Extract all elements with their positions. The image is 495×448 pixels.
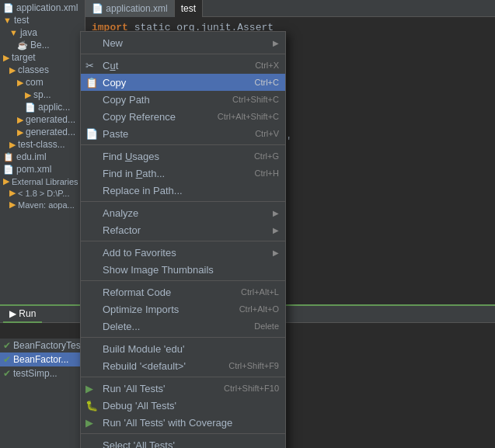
menu-item-debug-tests[interactable]: 🐛 Debug 'All Tests' [81, 397, 285, 414]
menu-item-optimize-imports[interactable]: Optimize Imports Ctrl+Alt+O [81, 300, 285, 318]
tree-item-java[interactable]: ▼ java [0, 26, 85, 39]
menu-item-run-coverage[interactable]: ▶ Run 'All Tests' with Coverage [81, 414, 285, 431]
run-item-beanfactor-selected[interactable]: ✔ BeanFactor... [0, 352, 85, 366]
menu-item-copy-path[interactable]: Copy Path Ctrl+Shift+C [81, 91, 285, 108]
menu-item-analyze[interactable]: Analyze ▶ [81, 204, 285, 221]
tree-item-com[interactable]: ▶ com [0, 76, 85, 89]
submenu-arrow-refactor: ▶ [273, 226, 279, 234]
tree-item-jdk[interactable]: ▶ < 1.8 > D:\P... [0, 187, 85, 199]
run-icon: ▶ [85, 383, 93, 394]
rebuild-shortcut: Ctrl+Shift+F9 [228, 361, 279, 370]
menu-item-rebuild[interactable]: Rebuild '<default>' Ctrl+Shift+F9 [81, 357, 285, 374]
separator-1 [81, 54, 285, 54]
cut-icon: ✂ [85, 60, 94, 71]
folder-icon12: ▶ [9, 200, 16, 210]
folder-icon: ▼ [3, 16, 12, 25]
menu-item-debug-tests-label: Debug 'All Tests' [103, 400, 176, 412]
separator-7 [81, 377, 285, 377]
tree-item-target[interactable]: ▶ target [0, 51, 85, 64]
separator-2 [81, 144, 285, 145]
tab-appxml[interactable]: 📄 application.xml [85, 0, 175, 17]
menu-item-run-tests[interactable]: ▶ Run 'All Tests' Ctrl+Shift+F10 [81, 380, 285, 397]
tree-item-pomxml[interactable]: 📄 pom.xml [0, 163, 85, 175]
tab-test-label: test [181, 3, 196, 14]
copy-icon: 📋 [85, 77, 98, 89]
run-shortcut: Ctrl+Shift+F10 [224, 384, 279, 393]
menu-item-find-in-path[interactable]: Find in Path... Ctrl+H [81, 165, 285, 182]
tree-item-extlib[interactable]: ▶ External Libraries [0, 175, 85, 187]
tab-bar: 📄 application.xml test [85, 0, 495, 17]
tree-item-eduitml[interactable]: 📋 edu.iml [0, 151, 85, 163]
tree-item-test[interactable]: ▼ test [0, 14, 85, 26]
menu-item-delete[interactable]: Delete... Delete [81, 318, 285, 335]
tree-item-classes[interactable]: ▶ classes [0, 64, 85, 76]
folder-icon10: ▶ [3, 176, 9, 186]
menu-item-copy-reference[interactable]: Copy Reference Ctrl+Alt+Shift+C [81, 108, 285, 125]
tree-item-gen2[interactable]: ▶ generated... [0, 126, 85, 138]
reformat-shortcut: Ctrl+Alt+L [241, 287, 279, 297]
menu-item-add-favorites[interactable]: Add to Favorites ▶ [81, 244, 285, 261]
menu-item-cut[interactable]: ✂ Cut Ctrl+X [81, 57, 285, 74]
menu-item-replace-in-path-label: Replace in Path... [103, 185, 183, 196]
menu-item-optimize-label: Optimize Imports [103, 304, 179, 315]
menu-item-select-tests[interactable]: Select 'All Tests' [81, 436, 285, 448]
menu-item-refactor[interactable]: Refactor ▶ [81, 221, 285, 238]
folder-icon11: ▶ [9, 188, 16, 198]
tree-item-be[interactable]: ☕ Be... [0, 39, 85, 51]
tree-item-maven[interactable]: ▶ Maven: aopa... [0, 199, 85, 210]
tree-item-sp[interactable]: ▶ sp... [0, 89, 85, 101]
menu-item-find-usages[interactable]: Find Usages Ctrl+G [81, 148, 285, 165]
cut-shortcut: Ctrl+X [255, 61, 279, 70]
menu-item-copy-label: Copy [103, 77, 126, 89]
tab-appxml-label: 📄 application.xml [92, 3, 168, 14]
tree-item-appxml[interactable]: 📄 application.xml [0, 2, 85, 14]
menu-item-run-coverage-label: Run 'All Tests' with Coverage [103, 417, 232, 429]
optimize-shortcut: Ctrl+Alt+O [239, 304, 279, 314]
folder-icon3: ▶ [3, 53, 9, 63]
paste-shortcut: Ctrl+V [255, 129, 279, 138]
tree-item-applic[interactable]: 📄 applic... [0, 101, 85, 113]
delete-shortcut: Delete [254, 321, 279, 331]
separator-3 [81, 201, 285, 202]
folder-icon8: ▶ [17, 127, 23, 137]
tree-item-gen1[interactable]: ▶ generated... [0, 113, 85, 126]
menu-item-copy[interactable]: 📋 Copy Ctrl+C [81, 74, 285, 91]
separator-8 [81, 433, 285, 434]
bottom-tab-run[interactable]: ▶ Run [3, 306, 42, 323]
menu-item-reformat[interactable]: Reformat Code Ctrl+Alt+L [81, 283, 285, 300]
menu-item-select-tests-label: Select 'All Tests' [103, 439, 175, 449]
find-usages-shortcut: Ctrl+G [254, 151, 279, 161]
menu-item-copy-reference-label: Copy Reference [103, 111, 176, 123]
debug-icon: 🐛 [85, 400, 98, 412]
run-item-beanfactory[interactable]: ✔ BeanFactoryTest [0, 339, 85, 352]
folder-icon6: ▶ [25, 90, 31, 100]
menu-item-delete-label: Delete... [103, 321, 140, 332]
menu-item-refactor-label: Refactor [103, 224, 141, 236]
separator-6 [81, 337, 285, 338]
run-item-testsimp[interactable]: ✔ testSimp... [0, 366, 85, 380]
folder-icon5: ▶ [17, 78, 23, 88]
folder-icon7: ▶ [17, 115, 23, 125]
java-icon: ☕ [17, 40, 28, 50]
menu-item-new[interactable]: New ▶ [81, 34, 285, 51]
coverage-icon: ▶ [85, 417, 93, 429]
menu-item-copy-path-label: Copy Path [103, 94, 150, 106]
menu-item-build-module-label: Build Module 'edu' [103, 343, 184, 355]
tree-item-testclass[interactable]: ▶ test-class... [0, 138, 85, 151]
menu-item-find-usages-label: Find Usages [103, 151, 159, 162]
tab-test[interactable]: test [175, 0, 203, 17]
menu-item-rebuild-label: Rebuild '<default>' [103, 360, 186, 372]
xml-icon3: 📄 [3, 165, 14, 175]
menu-item-build-module[interactable]: Build Module 'edu' [81, 340, 285, 357]
menu-item-reformat-label: Reformat Code [103, 287, 171, 298]
menu-item-replace-in-path[interactable]: Replace in Path... [81, 182, 285, 199]
copy-ref-shortcut: Ctrl+Alt+Shift+C [218, 112, 279, 121]
menu-item-paste[interactable]: 📄 Paste Ctrl+V [81, 125, 285, 142]
menu-item-show-thumbnails-label: Show Image Thumbnails [103, 264, 214, 276]
submenu-arrow-favorites: ▶ [273, 248, 279, 257]
copy-path-shortcut: Ctrl+Shift+C [232, 95, 279, 104]
submenu-arrow-analyze: ▶ [273, 209, 279, 217]
menu-item-show-thumbnails[interactable]: Show Image Thumbnails [81, 261, 285, 278]
menu-item-find-in-path-label: Find in Path... [103, 168, 165, 179]
check-icon3: ✔ [3, 368, 11, 379]
